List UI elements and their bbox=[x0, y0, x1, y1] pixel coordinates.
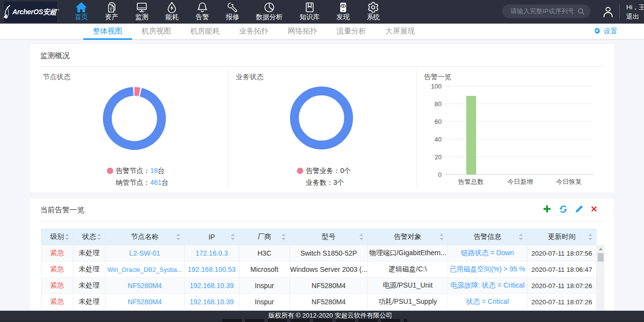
svg-text:告警总数: 告警总数 bbox=[458, 178, 484, 185]
svg-text:80: 80 bbox=[435, 100, 442, 108]
svg-text:60: 60 bbox=[435, 118, 442, 125]
svg-text:40: 40 bbox=[435, 136, 442, 143]
svg-text:100: 100 bbox=[431, 83, 442, 90]
svg-text:今日新增: 今日新增 bbox=[508, 178, 533, 185]
svg-text:今日恢复: 今日恢复 bbox=[556, 178, 582, 185]
svg-text:0: 0 bbox=[438, 171, 442, 178]
svg-text:20: 20 bbox=[435, 153, 442, 161]
